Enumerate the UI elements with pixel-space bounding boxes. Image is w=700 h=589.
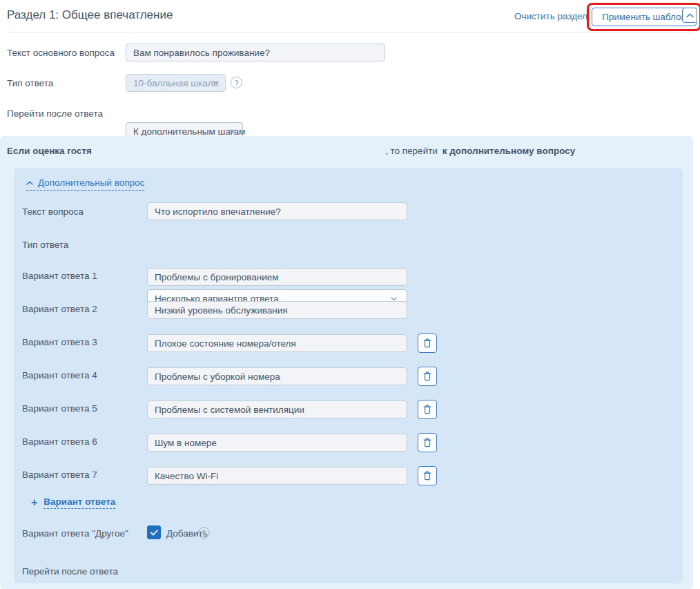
add-option-link[interactable]: + Вариант ответа (31, 496, 115, 509)
extra-question-toggle-link[interactable]: Дополнительный вопрос (26, 177, 144, 191)
option-2-label: Вариант ответа 2 (22, 304, 97, 314)
extra-question-toggle-label: Дополнительный вопрос (38, 177, 144, 188)
clear-section-link[interactable]: Очистить раздел (514, 11, 587, 21)
other-option-checkbox[interactable] (147, 525, 161, 539)
other-option-help-icon[interactable]: ? (198, 527, 210, 539)
then-target-text: к дополнительному вопросу (443, 146, 576, 156)
option-5-delete-button[interactable] (418, 400, 437, 419)
main-question-input[interactable] (126, 44, 385, 61)
plus-icon: + (31, 497, 37, 508)
chevron-up-icon (686, 13, 694, 18)
option-6-label: Вариант ответа 6 (22, 436, 97, 447)
option-7-label: Вариант ответа 7 (22, 470, 97, 480)
answer-type-select[interactable]: 10-балльная шкала (126, 74, 226, 92)
option-5-label: Вариант ответа 5 (22, 403, 97, 414)
option-2-input[interactable] (147, 301, 407, 319)
header-divider (7, 32, 693, 32)
condition-label: Если оценка гостя (7, 146, 92, 156)
trash-icon (423, 438, 431, 447)
go-after-label: Перейти после ответа (7, 108, 103, 119)
check-icon (150, 530, 158, 536)
option-3-input[interactable] (147, 334, 407, 352)
option-4-label: Вариант ответа 4 (22, 370, 97, 380)
option-7-delete-button[interactable] (418, 466, 437, 485)
chevron-up-icon (26, 181, 33, 185)
option-3-label: Вариант ответа 3 (22, 337, 97, 347)
extra-go-after-label: Перейти после ответа (22, 566, 118, 577)
chevron-down-icon (230, 129, 236, 133)
condition-then-text: , то перейти к дополнительному вопросу (385, 146, 575, 156)
option-1-label: Вариант ответа 1 (22, 271, 97, 281)
option-7-input[interactable] (147, 467, 407, 485)
trash-icon (423, 338, 431, 348)
answer-type-label: Тип ответа (7, 78, 53, 88)
chevron-down-icon (213, 81, 219, 85)
option-5-input[interactable] (147, 400, 407, 418)
option-3-delete-button[interactable] (418, 334, 437, 353)
apply-template-button[interactable]: Применить шаблон (592, 8, 697, 26)
option-6-input[interactable] (147, 434, 407, 452)
option-4-input[interactable] (147, 367, 407, 385)
other-option-label: Вариант ответа "Другое" (22, 528, 128, 539)
collapse-section-button[interactable] (682, 8, 697, 23)
option-6-delete-button[interactable] (418, 433, 437, 452)
then-text: , то перейти (385, 146, 438, 156)
trash-icon (423, 405, 431, 414)
trash-icon (423, 471, 431, 481)
option-4-delete-button[interactable] (418, 367, 437, 386)
option-1-input[interactable] (147, 268, 407, 286)
add-option-label: Вариант ответа (43, 496, 115, 509)
answer-type-help-icon[interactable]: ? (231, 77, 242, 88)
survey-section-editor: Раздел 1: Общее впечатление Очистить раз… (0, 0, 700, 589)
extra-question-text-input[interactable] (147, 202, 407, 220)
extra-answer-type-label: Тип ответа (22, 240, 68, 250)
section-title: Раздел 1: Общее впечатление (7, 8, 173, 22)
answer-type-value: 10-балльная шкала (133, 78, 218, 88)
chevron-down-icon (391, 297, 397, 301)
main-question-label: Текст основного вопроса (7, 48, 115, 58)
go-after-value: К дополнительным шагам (133, 126, 245, 137)
extra-question-text-label: Текст вопроса (22, 206, 84, 217)
trash-icon (423, 371, 431, 381)
